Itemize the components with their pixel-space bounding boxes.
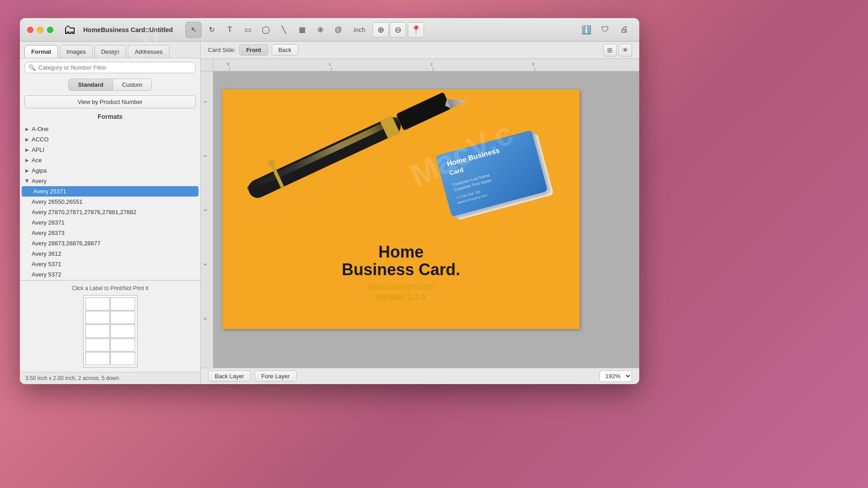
format-avery-5371[interactable]: Avery 5371 (20, 259, 200, 269)
label-cell[interactable] (110, 297, 135, 310)
titlebar: 🗂 HomeBusiness Card::Untitled ↖ ↻ T ▭ ◯ … (20, 18, 639, 42)
grid-view-button[interactable]: ⊞ (603, 44, 617, 56)
ruler-top: 0 1 2 3 (213, 59, 639, 71)
format-avery-28373[interactable]: Avery 28373 (20, 228, 200, 238)
shield-button[interactable]: 🛡 (598, 22, 613, 38)
svg-text:0: 0 (227, 62, 229, 66)
unit-label: inch (354, 26, 365, 33)
label-cell[interactable] (110, 311, 135, 324)
zoom-select[interactable]: 192% 100% 150% 200% (599, 371, 632, 382)
label-cell[interactable] (85, 311, 110, 324)
label-cell[interactable] (85, 324, 110, 338)
format-avery-25371[interactable]: Avery 25371 (22, 186, 198, 197)
preview-button[interactable]: 👁 (618, 44, 632, 56)
tab-images[interactable]: Images (60, 45, 93, 58)
svg-text:1: 1 (203, 101, 208, 103)
text-tool-button[interactable]: T (222, 22, 238, 38)
format-avery-28371[interactable]: Avery 28371 (20, 217, 200, 228)
rotate-tool-button[interactable]: ↻ (203, 22, 220, 38)
zoom-controls: ⊕ ⊖ (373, 22, 406, 38)
chevron-icon: ▶ (25, 137, 29, 142)
category-acco[interactable]: ▶ ACCO (20, 134, 200, 145)
fore-layer-button[interactable]: Fore Layer (255, 371, 297, 382)
rect-tool-button[interactable]: ▭ (240, 22, 256, 38)
cursor-tool-button[interactable]: ↖ (185, 22, 202, 38)
svg-text:2: 2 (203, 155, 208, 157)
card-stack-visual: Home Business Card Customer Last Name Cu… (435, 117, 571, 245)
category-label: APLI (32, 146, 44, 153)
card-canvas: Home Business Card Customer Last Name Cu… (222, 89, 580, 329)
front-side-button[interactable]: Front (239, 44, 268, 56)
tab-addresses[interactable]: Addresses (128, 45, 169, 58)
sidebar: Format Images Design Addresses 🔍 Standar… (20, 42, 201, 384)
search-input-wrap: 🔍 (24, 62, 196, 73)
status-bar: 3.50 inch x 2.00 inch, 2 across, 5 down (20, 372, 200, 384)
label-cell[interactable] (110, 352, 135, 365)
category-apli[interactable]: ▶ APLI (20, 145, 200, 155)
zoom-in-button[interactable]: ⊕ (373, 22, 389, 38)
right-toolbar: ℹ️ 🛡 🖨 (579, 22, 632, 38)
email-tool-button[interactable]: @ (330, 22, 346, 38)
search-input[interactable] (38, 64, 192, 71)
pen-illustration (222, 89, 471, 239)
close-button[interactable] (27, 27, 33, 33)
tab-bar: Format Images Design Addresses (20, 42, 200, 58)
label-preview (83, 295, 137, 367)
maximize-button[interactable] (47, 27, 53, 33)
svg-text:1: 1 (329, 62, 331, 66)
label-cell[interactable] (85, 297, 110, 310)
main-area: Card Side: Front Back ⊞ 👁 0 (201, 42, 639, 384)
svg-text:4: 4 (203, 263, 208, 266)
svg-text:2: 2 (430, 62, 433, 66)
category-avery[interactable]: ▶ Avery (20, 176, 200, 186)
minimize-button[interactable] (37, 27, 43, 33)
custom-toggle[interactable]: Custom (113, 79, 152, 91)
view-product-button[interactable]: View by Product Number (24, 95, 196, 108)
tab-format[interactable]: Format (24, 45, 58, 58)
tab-design[interactable]: Design (94, 45, 126, 58)
label-cell[interactable] (110, 338, 135, 352)
chevron-icon: ▶ (25, 168, 29, 173)
category-ace[interactable]: ▶ Ace (20, 155, 200, 165)
line-tool-button[interactable]: ╲ (276, 22, 292, 38)
zoom-out-button[interactable]: ⊖ (390, 22, 406, 38)
category-agipa[interactable]: ▶ Agipa (20, 165, 200, 176)
info-button[interactable]: ℹ️ (579, 22, 594, 38)
right-view-buttons: ⊞ 👁 (603, 44, 632, 56)
search-box: 🔍 (20, 58, 200, 77)
standard-toggle[interactable]: Standard (68, 79, 113, 91)
category-a-one[interactable]: ▶ A-One (20, 124, 200, 134)
shape-tool-button[interactable]: ⊕ (312, 22, 328, 38)
card-side-bar: Card Side: Front Back ⊞ 👁 (201, 42, 639, 59)
label-cell[interactable] (85, 338, 110, 352)
category-label: ACCO (32, 136, 49, 143)
format-avery-26550[interactable]: Avery 26550,26551 (20, 197, 200, 207)
app-icon: 🗂 (61, 20, 80, 39)
traffic-lights (27, 27, 53, 33)
format-avery-5372[interactable]: Avery 5372 (20, 269, 200, 280)
label-cell[interactable] (110, 324, 135, 338)
pin-button[interactable]: 📍 (408, 22, 424, 38)
oval-tool-button[interactable]: ◯ (258, 22, 274, 38)
product-text-area: Home Business Card. www.cristallight.com… (222, 243, 580, 302)
chevron-icon: ▶ (25, 127, 29, 131)
category-label: Agipa (32, 167, 47, 174)
label-cell[interactable] (85, 352, 110, 365)
main-window: 🗂 HomeBusiness Card::Untitled ↖ ↻ T ▭ ◯ … (20, 18, 639, 384)
bottom-toolbar: Back Layer Fore Layer 192% 100% 150% 200… (201, 368, 639, 384)
content-area: Format Images Design Addresses 🔍 Standar… (20, 42, 639, 384)
format-avery-3612[interactable]: Avery 3612 (20, 249, 200, 259)
ruler-corner (201, 59, 213, 71)
format-avery-27870[interactable]: Avery 27870,27871,27876,27881,27882 (20, 207, 200, 217)
barcode-tool-button[interactable]: ▦ (294, 22, 310, 38)
format-avery-28873[interactable]: Avery 28873,28876,28877 (20, 238, 200, 249)
chevron-icon: ▶ (25, 147, 29, 152)
svg-text:3: 3 (203, 209, 208, 211)
formats-header: Formats (20, 111, 200, 123)
print-button[interactable]: 🖨 (617, 22, 632, 38)
back-layer-button[interactable]: Back Layer (208, 371, 251, 382)
ruler-left: 1 2 3 4 5 (201, 71, 213, 368)
canvas-background[interactable]: Home Business Card Customer Last Name Cu… (213, 71, 639, 368)
back-side-button[interactable]: Back (272, 44, 298, 56)
product-title-line1: Home Business Card. (222, 243, 580, 279)
